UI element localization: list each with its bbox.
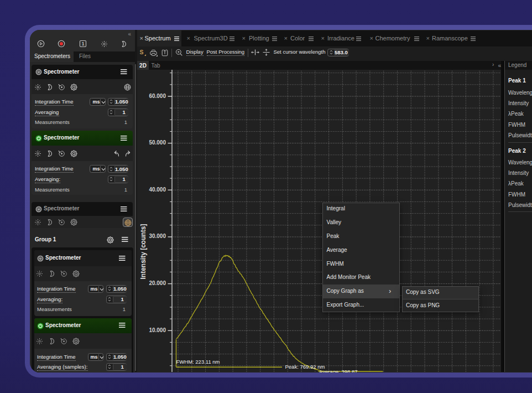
svg-text:1: 1 <box>82 41 85 46</box>
